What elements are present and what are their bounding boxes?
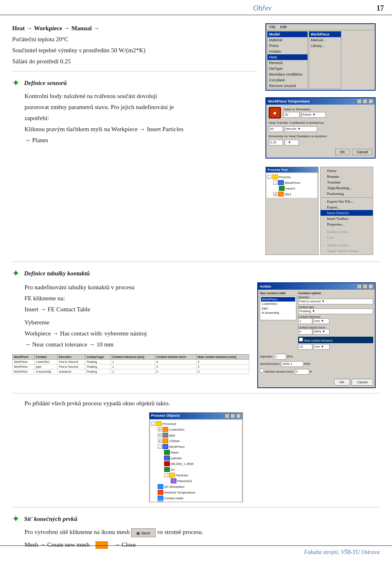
interface-field[interactable]: 0 xyxy=(295,369,309,375)
menu-friction: Friction xyxy=(267,49,307,54)
context-menu: Delete Rename Translate Align/Bonding...… xyxy=(320,167,373,255)
temp-row: ● Initial or Reheated... 20 Kelvin ▼ xyxy=(269,107,372,118)
top-section: Heat → Workpiece → Manual → Počáteční te… xyxy=(12,23,380,159)
contact-table-body: WorkPiece LowerDie1 Fwd to Second Floati… xyxy=(13,360,249,374)
temp-unit-dropdown[interactable]: Kelvin ▼ xyxy=(301,112,326,118)
contact-type-dropdown[interactable]: Floating ▼ xyxy=(298,308,373,314)
tree-max-btn[interactable]: □ xyxy=(230,413,235,418)
coeff-value-field[interactable]: 50 xyxy=(269,126,283,132)
heat-transfer-row: 50 W/m2K ▼ xyxy=(269,126,372,133)
ctx-positioning[interactable]: Positioning xyxy=(321,191,373,197)
maximize-btn[interactable]: □ xyxy=(363,99,368,104)
exp-pipe[interactable]: + xyxy=(158,433,162,437)
traction-field[interactable]: 0 xyxy=(298,329,312,335)
separator-field[interactable]: 1 xyxy=(274,354,286,360)
ctx-surface2: Surface Frame... xyxy=(321,242,373,248)
menu-material: Material xyxy=(267,37,307,43)
page-header: Ohřev 17 xyxy=(0,0,392,15)
coeff-unit-dropdown[interactable]: W/m2K ▼ xyxy=(285,126,317,132)
tree-min-btn[interactable]: _ xyxy=(225,413,229,418)
heat-label: Heat → Workpiece → Manual → xyxy=(12,25,99,31)
initial-temp-text: Počáteční teplota 20°C xyxy=(12,36,69,42)
menu-cutplane: Cut plane xyxy=(267,77,307,83)
label-cylinder: cylinder xyxy=(171,456,182,460)
contacts-step1: Insert → FE Contact Table xyxy=(24,304,249,314)
process-tree-body: - Process2 + LowerDie1 + xyxy=(150,420,242,502)
process-tree-titlebar: Process Objects _ □ × xyxy=(149,413,243,419)
right-screenshots-col: File Edit Model Material Press Friction … xyxy=(265,23,380,159)
mesh-icon-box: ▦ Mesh xyxy=(131,528,156,537)
ctx-insert-toolbox[interactable]: Insert Toolbox xyxy=(321,216,373,221)
main-content: Heat → Workpiece → Manual → Počáteční te… xyxy=(0,15,392,559)
contact-pipe[interactable]: pipe xyxy=(261,306,295,311)
emissivity-unit[interactable]: - ▼ xyxy=(285,140,299,145)
table-header-row: WorkPiece Contact Direction Contact type… xyxy=(13,355,249,360)
ctx-rename[interactable]: Rename xyxy=(321,174,373,179)
label-process2: Process2 xyxy=(163,422,176,426)
exp-particles[interactable]: - xyxy=(164,473,168,477)
exp-workpiece[interactable]: - xyxy=(158,445,162,449)
tree-cls-btn[interactable]: × xyxy=(236,413,241,418)
ok-button[interactable]: OK xyxy=(335,149,350,155)
contact-tol-field[interactable]: 1 xyxy=(298,318,312,324)
action-ok-btn[interactable]: OK xyxy=(334,379,350,386)
cancel-button[interactable]: Cancel xyxy=(352,149,372,155)
process-tree-dialog: Process Objects _ □ × - Process2 xyxy=(149,412,243,502)
contact-tol-unit[interactable]: mm ▼ xyxy=(313,318,330,324)
temp-dialog-body: ● Initial or Reheated... 20 Kelvin ▼ Hea… xyxy=(266,105,375,158)
interface-checkbox[interactable] xyxy=(260,369,264,373)
contacts-title: Definice tabulky kontaktů xyxy=(24,270,90,277)
action-cancel-btn[interactable]: Cancel xyxy=(352,379,373,386)
divider4 xyxy=(12,507,380,507)
ctx-properties[interactable]: Properties... xyxy=(321,221,373,227)
titlebar-buttons: _ □ × xyxy=(357,99,373,104)
contacts-step4: → Near contact tolerance → 10 mm xyxy=(24,340,249,349)
close-btn[interactable]: × xyxy=(368,99,373,104)
menu-content: Model Material Press Friction Heat Remes… xyxy=(266,30,375,90)
sensors-step2: → Planes xyxy=(24,135,257,145)
cls-btn[interactable]: × xyxy=(368,284,373,289)
traction-label: Contact traction force xyxy=(298,326,373,329)
th-contact-type: Contact type xyxy=(85,355,111,360)
exp-1250ds[interactable]: + xyxy=(158,439,162,443)
tree-1250ds: + 1250ds xyxy=(158,438,241,444)
tree-mesh: Mesh xyxy=(164,449,241,455)
icon-heating xyxy=(158,501,163,502)
minimize-btn[interactable]: _ xyxy=(357,99,362,104)
orange-icon xyxy=(278,192,284,197)
divider1 xyxy=(12,71,257,72)
near-contact-checkbox[interactable] xyxy=(299,337,303,342)
ctx-insert-particles[interactable]: Insert Particles xyxy=(321,210,373,216)
right-submenu: WorkPiece Manual... Library... xyxy=(309,31,341,89)
min-btn[interactable]: _ xyxy=(357,284,362,289)
th-contact: Contact xyxy=(35,355,58,360)
notchstress-field[interactable]: 1000.1 xyxy=(281,361,303,367)
ctx-delete[interactable]: Delete xyxy=(321,168,373,174)
near-contact-header-text: Near contact tolerance xyxy=(304,339,332,342)
near-tol-field[interactable]: 10 xyxy=(298,344,312,350)
contact-lowerdie[interactable]: LowerDie1 xyxy=(261,302,295,306)
near-tol-unit[interactable]: mm ▼ xyxy=(313,344,330,350)
direction-dropdown[interactable]: Fwd to second ▼ xyxy=(298,299,373,304)
td-dir2: Fwd to Second xyxy=(58,364,85,369)
temp-value-field[interactable]: 20 xyxy=(283,112,300,118)
ctx-translate[interactable]: Translate xyxy=(321,179,373,185)
td-type2: Floating xyxy=(85,364,111,369)
traction-unit[interactable]: MPa ▼ xyxy=(313,329,330,335)
exp-lowerdie[interactable]: + xyxy=(158,427,162,431)
td-traction3: 0 xyxy=(155,369,196,374)
emissivity-value-field[interactable]: 0.15 xyxy=(269,140,283,145)
exp-process2[interactable]: - xyxy=(151,422,155,426)
ctx-align[interactable]: Align/Bonding... xyxy=(321,185,373,191)
green-plus-icon3: ✦ xyxy=(12,514,19,524)
contact-workpiece[interactable]: WorkPiece xyxy=(261,297,295,302)
mesh-icon-inline: ▦ Mesh xyxy=(131,528,156,537)
ctx-export2[interactable]: Export... xyxy=(321,204,373,210)
action-footer: Separator: 1 MPa NotchStressDiv: 1000.1 … xyxy=(258,352,375,377)
ctx-export1[interactable]: Export One File... xyxy=(321,199,373,204)
temp-input-row: 20 Kelvin ▼ xyxy=(283,112,326,118)
contact-aassembly[interactable]: A-Assembly xyxy=(261,311,295,315)
green-plus-icon2: ✦ xyxy=(12,268,19,278)
max-btn[interactable]: □ xyxy=(363,284,368,289)
direction-label: Direction xyxy=(298,296,373,299)
